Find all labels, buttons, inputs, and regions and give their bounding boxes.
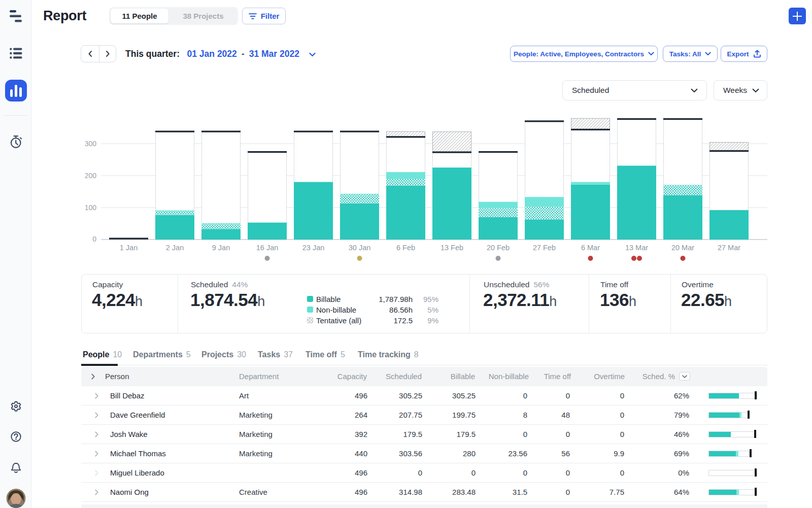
svg-text:6 Mar: 6 Mar (581, 244, 600, 252)
svg-text:9 Jan: 9 Jan (212, 244, 230, 252)
svg-text:0: 0 (92, 235, 96, 243)
svg-text:200: 200 (85, 172, 97, 180)
svg-text:20 Mar: 20 Mar (671, 244, 694, 252)
svg-text:300: 300 (85, 140, 97, 148)
svg-text:13 Feb: 13 Feb (441, 244, 463, 252)
svg-text:6 Feb: 6 Feb (396, 244, 415, 252)
svg-text:16 Jan: 16 Jan (256, 244, 279, 252)
svg-text:1 Jan: 1 Jan (120, 244, 138, 252)
svg-text:13 Mar: 13 Mar (625, 244, 648, 252)
svg-text:27 Mar: 27 Mar (718, 244, 740, 252)
svg-text:30 Jan: 30 Jan (349, 244, 371, 252)
svg-text:27 Feb: 27 Feb (533, 244, 556, 252)
svg-text:100: 100 (85, 204, 97, 212)
svg-text:20 Feb: 20 Feb (487, 244, 510, 252)
svg-text:2 Jan: 2 Jan (166, 244, 184, 252)
svg-text:23 Jan: 23 Jan (302, 244, 325, 252)
